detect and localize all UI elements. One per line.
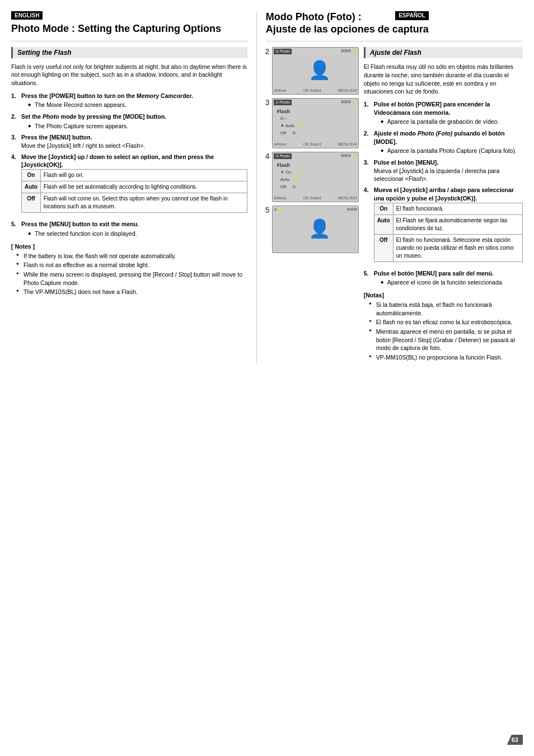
page-number: 63 xyxy=(507,735,523,745)
step-3: 3. Press the [MENU] button. Move the [Jo… xyxy=(11,133,247,150)
right-section-header: Ajuste del Flash xyxy=(364,47,523,58)
cam-figure-step2: 👤 ⊙ Photo ⊞⊞⊞ ⚡ ⊛MoveOK SelectMENU Exit xyxy=(272,47,359,95)
right-note-4: VP-MM10S(BL) no proporciona la función F… xyxy=(368,353,523,362)
option-off-key: Off xyxy=(22,193,41,213)
note-1: If the battery is low, the flash will no… xyxy=(16,252,247,260)
lang-badge-espanol: ESPAÑOL xyxy=(395,11,429,20)
left-section-header: Setting the Flash xyxy=(11,47,247,58)
right-step-1: 1. Pulse el botón [POWER] para encender … xyxy=(364,100,523,127)
option-on-val: Flash will go on. xyxy=(40,170,247,181)
step-4: 4. Move the [Joystick] up / down to sele… xyxy=(11,153,247,217)
step-5: 5. Press the [MENU] button to exit the m… xyxy=(11,220,247,238)
notes-list: If the battery is low, the flash will no… xyxy=(11,252,247,296)
option-on-key: On xyxy=(22,170,41,181)
left-main-title: Photo Mode : Setting the Capturing Optio… xyxy=(11,23,247,35)
right-note-3: Mientras aparece el menú en pantalla, si… xyxy=(368,328,523,352)
option-off-val: Flash will not come on. Select this opti… xyxy=(40,193,247,213)
right-main-title: Modo Photo (Foto) : ESPAÑOL Ajuste de la… xyxy=(266,11,429,35)
right-text-steps: Ajuste del Flash El Flash resulta muy út… xyxy=(364,47,523,363)
left-steps: 1. Press the [POWER] button to turn on t… xyxy=(11,92,247,239)
right-notes-title: [Notas] xyxy=(364,292,523,298)
notes-title: [ Notes ] xyxy=(11,243,247,250)
note-2: Flash is not as effective as a normal st… xyxy=(16,261,247,269)
right-flash-options-table: On El flash funcionará. Auto El Flash se… xyxy=(374,203,523,262)
right-step-4: 4. Mueva el [Joystick] arriba / abajo pa… xyxy=(364,186,523,266)
camcorder-images: 2 👤 ⊙ Photo ⊞⊞⊞ ⚡ ⊛MoveOK SelectMENU Exi… xyxy=(266,47,358,363)
left-column: ENGLISH Photo Mode : Setting the Capturi… xyxy=(11,11,257,363)
right-step-5: 5. Pulse el botón [MENU] para salir del … xyxy=(364,269,523,287)
notes-section: [ Notes ] If the battery is low, the fla… xyxy=(11,243,247,296)
right-option-off-key: Off xyxy=(374,234,393,262)
right-option-on-val: El flash funcionará. xyxy=(393,203,522,214)
step-1: 1. Press the [POWER] button to turn on t… xyxy=(11,92,247,110)
right-note-1: Si la batería está baja, el flash no fun… xyxy=(368,301,523,317)
left-intro: Flash is very useful not only for bright… xyxy=(11,63,247,87)
cam-figure-step4: ⊙ Photo ⊞⊞⊞ ⚡ Flash ✦ On ⚡Auto ⚡Off ⊙ ⊛M… xyxy=(272,152,359,202)
right-option-auto-val: El Flash se fijará automáticamente según… xyxy=(393,214,522,234)
lang-badge-english: ENGLISH xyxy=(11,11,43,20)
cam-figure-step3: ⊙ Photo ⊞⊞⊞ ⚡ Flash O ~✦ Auto ⚡Off ⊙ ⊛Mo… xyxy=(272,98,359,148)
right-notes-section: [Notas] Si la batería está baja, el flas… xyxy=(364,292,523,362)
option-auto-key: Auto xyxy=(22,181,41,193)
right-step-3: 3. Pulse el botón [MENU]. Mueva el [Joys… xyxy=(364,158,523,183)
right-option-auto-key: Auto xyxy=(374,214,393,234)
cam-figure-step5: 👤 ⊙ ⚡ ⊞⊞⊞ xyxy=(272,206,359,253)
right-notes-list: Si la batería está baja, el flash no fun… xyxy=(364,301,523,362)
right-option-off-val: El flash no funcionará. Seleccione esta … xyxy=(393,234,522,262)
step-2: 2. Set the Photo mode by pressing the [M… xyxy=(11,113,247,130)
page: ENGLISH Photo Mode : Setting the Capturi… xyxy=(0,0,534,756)
right-intro: El Flash resulta muy útil no sólo en obj… xyxy=(364,63,523,96)
flash-options-table: On Flash will go on. Auto Flash will be … xyxy=(21,169,247,213)
note-3: While the menu screen is displayed, pres… xyxy=(16,270,247,287)
right-option-on-key: On xyxy=(374,203,393,214)
right-steps: 1. Pulse el botón [POWER] para encender … xyxy=(364,100,523,287)
right-column: Modo Photo (Foto) : ESPAÑOL Ajuste de la… xyxy=(257,11,523,363)
right-note-2: El flash no es tan eficaz como la luz es… xyxy=(368,318,523,326)
note-4: The VP-MM10S(BL) does not have a Flash. xyxy=(16,288,247,296)
option-auto-val: Flash will be set automatically accordin… xyxy=(40,181,247,193)
right-step-2: 2. Ajuste el modo Photo (Foto) pulsando … xyxy=(364,129,523,156)
